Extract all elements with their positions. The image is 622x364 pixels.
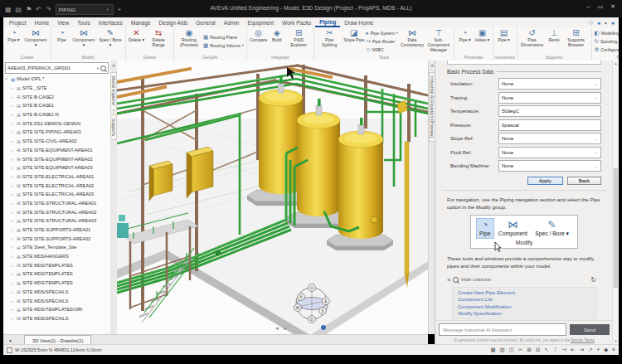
apply-button[interactable]: Apply bbox=[527, 177, 563, 185]
tracing-select[interactable]: None⌄ bbox=[498, 92, 601, 104]
citation-link-component-list[interactable]: Component List bbox=[458, 297, 590, 302]
supports-browser-button[interactable]: ⊞Supports Browser bbox=[563, 28, 590, 54]
expander-icon[interactable]: › bbox=[11, 138, 15, 143]
status-icon-6[interactable]: ↖ bbox=[544, 347, 548, 353]
tree-item[interactable]: ›⊞SITE MDS/TEMPLATES bbox=[3, 279, 110, 288]
tree-item[interactable]: ›⊞SITE MDS/TEMPLATES bbox=[3, 269, 110, 279]
redo-icon[interactable]: ↷ bbox=[46, 7, 51, 13]
expander-icon[interactable]: › bbox=[11, 210, 15, 215]
pipe-splitting-button[interactable]: ✂Pipe Splitting bbox=[316, 28, 343, 54]
expander-icon[interactable]: › bbox=[11, 165, 15, 170]
pipe-button[interactable]: ◔Pipe ▾ bbox=[456, 28, 474, 54]
expander-icon[interactable]: › bbox=[11, 218, 15, 223]
status-icon-12[interactable]: + bbox=[596, 347, 600, 353]
expander-icon[interactable]: › bbox=[11, 236, 15, 241]
tree-item[interactable]: ›⊞SITE Steel_Template_Site bbox=[3, 243, 110, 252]
expander-icon[interactable]: › bbox=[11, 263, 15, 268]
pipe-system-button[interactable]: ▸Pipe System▾ bbox=[366, 29, 398, 36]
tab-manage[interactable]: Manage bbox=[127, 17, 155, 27]
tab-admin[interactable]: Admin bbox=[220, 17, 244, 27]
component-button[interactable]: ⋈Component ▾ bbox=[22, 28, 49, 54]
pipe-button[interactable]: ▤Pipe ▾ bbox=[495, 28, 513, 54]
expander-icon[interactable]: › bbox=[11, 271, 15, 276]
modelling-button[interactable]: ◧Modelling▾ bbox=[595, 29, 619, 36]
tree-item[interactable]: ›⊞SITE DS1-DEMOS-GENDAI bbox=[3, 119, 110, 128]
tree-item[interactable]: ›⊞SITE SITE-EQUIPMENT-AREA02 bbox=[3, 154, 110, 163]
status-icon-5[interactable]: ⊟ bbox=[536, 347, 540, 353]
close-icon[interactable]: ✕ bbox=[430, 63, 434, 68]
tab-view[interactable]: View bbox=[53, 17, 73, 27]
tab-tools[interactable]: Tools bbox=[73, 17, 94, 27]
status-icon-13[interactable]: ◆ bbox=[604, 347, 608, 353]
status-icon-14[interactable]: ≡ bbox=[612, 347, 615, 353]
tab-general[interactable]: General bbox=[192, 17, 219, 27]
expander-open-icon[interactable]: ˅ bbox=[5, 76, 9, 81]
regenerate-icon[interactable]: ↻ bbox=[586, 275, 601, 284]
configuration-button[interactable]: ⚙Configuration▾ bbox=[595, 46, 619, 53]
tree-item[interactable]: ›⊞SITE SITE-STRUCTURAL-AREA01 bbox=[3, 199, 110, 208]
restore-button[interactable]: ▭ bbox=[598, 3, 604, 10]
expander-icon[interactable]: › bbox=[11, 298, 15, 303]
ribbon-corner-icon-3[interactable]: ● bbox=[611, 20, 615, 26]
fluid-ref-select[interactable]: None⌄ bbox=[498, 147, 601, 158]
expander-icon[interactable]: › bbox=[11, 112, 15, 117]
undo-icon[interactable]: ↶ bbox=[36, 7, 41, 13]
flag-icon[interactable]: ⚑ bbox=[26, 7, 32, 13]
holes-button[interactable]: ▣Holes ▾ bbox=[474, 28, 491, 54]
chevron-down-icon[interactable]: ▾ bbox=[97, 66, 99, 70]
explorer-search-input[interactable] bbox=[6, 66, 97, 70]
tab-work-packs[interactable]: Work Packs bbox=[278, 17, 315, 27]
status-icon-9[interactable]: ⇤ bbox=[571, 347, 575, 353]
tree-item[interactable]: ›⊞SITE SITE-EQUIPMENT-AREA01 bbox=[3, 146, 110, 155]
workspace-combobox[interactable]: PIPING ▾ bbox=[56, 4, 114, 15]
tree-root[interactable]: ˅ ◍ Model \OPL * bbox=[3, 75, 110, 84]
search-icon[interactable] bbox=[100, 66, 106, 71]
status-icon-3[interactable]: ✂ bbox=[518, 347, 522, 353]
status-icon-8[interactable]: ⊣ bbox=[561, 347, 566, 353]
slope-pipe-button[interactable]: ◪Slope Pipe bbox=[343, 28, 365, 54]
spooling-checks-button[interactable]: ↻Spooling & Checks▾ bbox=[595, 37, 619, 45]
expander-icon[interactable]: › bbox=[11, 280, 15, 285]
citation-link-modify-specification[interactable]: Modify Specification bbox=[458, 311, 590, 316]
citation-link-component-modification[interactable]: Component Modification bbox=[458, 304, 590, 309]
citation-link-create-new-pipe-element[interactable]: Create New Pipe Element bbox=[458, 290, 590, 295]
dock-tab-model-explorer[interactable]: Model Explorer bbox=[110, 72, 117, 110]
tab-equipment[interactable]: Equipment bbox=[244, 17, 279, 27]
status-icon-7[interactable]: ⊤ bbox=[553, 347, 558, 353]
tree-item[interactable]: ›⊞SITE B-CASE1 bbox=[3, 101, 110, 110]
pipe-button[interactable]: ◔Pipe bbox=[53, 28, 70, 54]
tree-item[interactable]: ›⊞SITE MDS/TEMPLATES/ORI bbox=[3, 305, 110, 314]
status-icon-2[interactable]: ◫ bbox=[509, 347, 514, 353]
expander-icon[interactable]: › bbox=[11, 85, 15, 90]
expander-icon[interactable]: › bbox=[11, 121, 15, 126]
routing-plane-button[interactable]: ▦Routing Plane bbox=[203, 33, 244, 41]
close-icon[interactable]: ✕ bbox=[112, 63, 115, 68]
expander-icon[interactable]: › bbox=[11, 157, 15, 162]
expander-icon[interactable]: › bbox=[11, 316, 15, 321]
scroll-down-icon[interactable]: ▼ bbox=[613, 339, 619, 343]
chat-input[interactable] bbox=[439, 323, 566, 336]
minimize-button[interactable]: – bbox=[587, 3, 590, 10]
pipe-button[interactable]: ◔Pipe ▾ bbox=[5, 28, 22, 54]
delete-button[interactable]: ✕Delete ▾ bbox=[128, 28, 145, 54]
tree-item[interactable]: ›⊞SITE MDS/TEMPLATES bbox=[3, 260, 110, 269]
back-button[interactable]: Back bbox=[567, 177, 601, 185]
delete-range-button[interactable]: ⇆Delete Range bbox=[145, 28, 172, 54]
rests-button[interactable]: ⊥Rests bbox=[546, 28, 563, 54]
spec-bore-button[interactable]: ✎Spec / Bore ▾ bbox=[97, 28, 124, 54]
expander-icon[interactable]: › bbox=[11, 95, 15, 99]
tree-item[interactable]: ›⊞SITE SITE-STRUCTURAL-AREA03 bbox=[3, 216, 110, 226]
tab-interfaces[interactable]: Interfaces bbox=[95, 17, 127, 27]
routing-preview-button[interactable]: ◉Routing (Preview) bbox=[176, 28, 202, 54]
component-button[interactable]: ⋈Component ▾ bbox=[70, 28, 97, 54]
ribbon-corner-icon-1[interactable]: ● bbox=[597, 20, 600, 26]
tree-item[interactable]: ›⊞SITE _SITE bbox=[3, 84, 110, 93]
bending-machine-select[interactable]: None⌄ bbox=[498, 160, 601, 172]
pressure-input[interactable]: 0pascal bbox=[498, 119, 601, 131]
send-button[interactable]: Send bbox=[570, 324, 610, 335]
scrollbar-thumb[interactable] bbox=[614, 168, 618, 288]
tree-item[interactable]: ›⊞SITE SITE-ELECTRICAL-AREA03 bbox=[3, 190, 110, 199]
tab-design-aids[interactable]: Design Aids bbox=[155, 17, 192, 27]
viewport-3d[interactable]: U D W S E N ◄► bbox=[117, 61, 428, 334]
routing-volume-button[interactable]: ▩Routing Volume▾ bbox=[203, 41, 244, 49]
